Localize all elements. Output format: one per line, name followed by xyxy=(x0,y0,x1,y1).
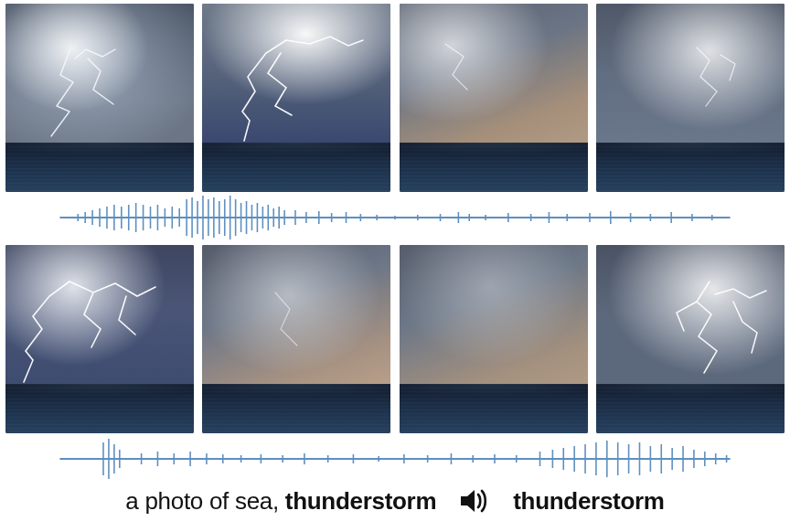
prompt-prefix: a photo of sea, xyxy=(125,487,284,515)
generated-frame xyxy=(202,245,390,433)
generated-frame xyxy=(400,4,588,192)
generated-frame xyxy=(596,4,785,192)
figure-thunderstorm-demo: a photo of sea, thunderstorm thunderstor… xyxy=(0,0,790,532)
figure-caption: a photo of sea, thunderstorm thunderstor… xyxy=(5,486,785,516)
speaker-icon xyxy=(458,486,491,516)
generated-frame xyxy=(5,245,194,433)
generated-frame xyxy=(596,245,785,433)
audio-waveform xyxy=(5,435,785,483)
svg-rect-59 xyxy=(59,458,730,460)
audio-label: thunderstorm xyxy=(513,487,664,516)
generated-frame xyxy=(400,245,588,433)
audio-waveform xyxy=(5,194,785,241)
generated-frame xyxy=(5,4,194,192)
generated-frame xyxy=(202,4,390,192)
prompt-bold: thunderstorm xyxy=(285,487,436,515)
text-prompt: a photo of sea, thunderstorm xyxy=(125,487,436,516)
image-row-2 xyxy=(5,245,785,433)
image-row-1 xyxy=(5,4,785,192)
